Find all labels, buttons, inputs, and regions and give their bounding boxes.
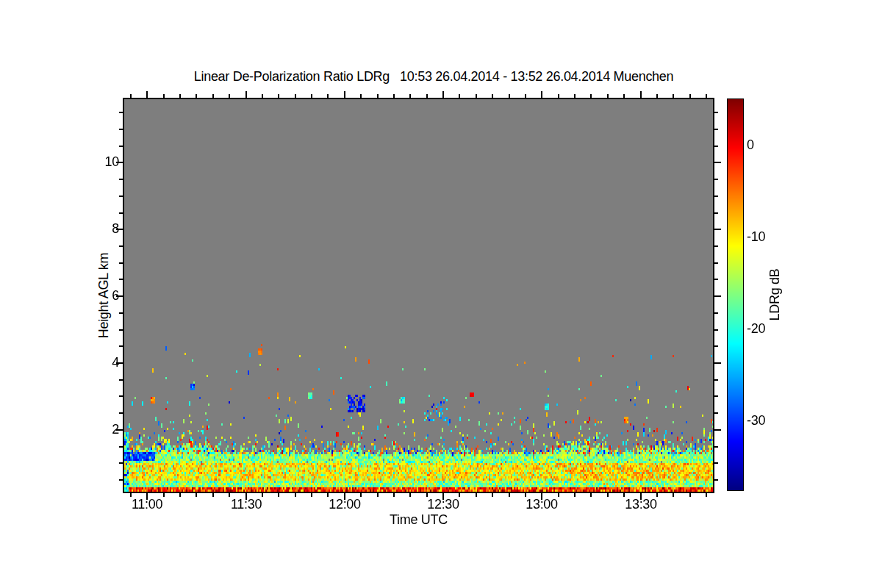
tick-mark [196, 94, 197, 98]
tick-mark [714, 279, 718, 280]
tick-mark [119, 312, 123, 314]
tick-mark [541, 91, 542, 98]
tick-mark [714, 479, 718, 481]
tick-mark [344, 91, 345, 98]
tick-mark [623, 94, 625, 98]
tick-mark [714, 112, 718, 113]
tick-mark [476, 94, 477, 98]
tick-mark [590, 493, 592, 497]
tick-mark [714, 446, 718, 448]
tick-mark [409, 94, 411, 98]
tick-mark [119, 395, 123, 397]
x-tick-label: 13:30 [608, 497, 674, 512]
tick-mark [119, 179, 123, 180]
chart-title: Linear De-Polarization Ratio LDRg 10:53 … [124, 69, 743, 84]
tick-mark [714, 312, 718, 314]
y-tick-label: 4 [72, 355, 119, 370]
y-tick-label: 8 [72, 221, 119, 236]
tick-mark [607, 94, 609, 98]
tick-mark [393, 94, 395, 98]
tick-mark [714, 262, 718, 264]
tick-mark [442, 91, 444, 98]
tick-mark [492, 94, 493, 98]
x-tick-label: 12:00 [312, 497, 378, 512]
tick-mark [119, 479, 123, 481]
y-tick-label: 6 [72, 288, 119, 303]
tick-mark [146, 91, 148, 98]
tick-mark [295, 493, 296, 497]
tick-mark [262, 94, 263, 98]
heatmap-canvas [124, 99, 713, 492]
colorbar-tick-label: -30 [747, 413, 765, 428]
tick-mark [278, 94, 279, 98]
tick-mark [426, 94, 428, 98]
tick-mark [212, 94, 214, 98]
tick-mark [509, 94, 510, 98]
tick-mark [119, 329, 123, 331]
tick-mark [714, 196, 718, 197]
tick-mark [714, 362, 721, 364]
tick-mark [714, 146, 718, 147]
tick-mark [119, 245, 123, 247]
tick-mark [393, 493, 395, 497]
tick-mark [673, 94, 674, 98]
tick-mark [656, 94, 658, 98]
y-tick-label: 2 [72, 422, 119, 437]
tick-mark [714, 412, 718, 414]
tick-mark [714, 429, 721, 431]
tick-mark [574, 94, 576, 98]
tick-mark [590, 94, 592, 98]
tick-mark [119, 379, 123, 381]
tick-mark [459, 94, 460, 98]
tick-mark [714, 345, 718, 347]
tick-mark [119, 345, 123, 347]
tick-mark [714, 462, 718, 464]
tick-mark [119, 112, 123, 113]
tick-mark [163, 94, 165, 98]
tick-mark [714, 129, 718, 130]
tick-mark [640, 91, 642, 98]
tick-mark [714, 329, 718, 331]
tick-mark [706, 94, 707, 98]
tick-mark [714, 229, 721, 230]
tick-mark [714, 395, 718, 397]
x-axis-title: Time UTC [124, 512, 713, 527]
tick-mark [130, 94, 132, 98]
colorbar-title: LDRg dB [767, 269, 782, 321]
tick-mark [295, 94, 296, 98]
tick-mark [245, 91, 247, 98]
tick-mark [492, 493, 493, 497]
tick-mark [689, 493, 691, 497]
tick-mark [196, 493, 197, 497]
tick-mark [311, 94, 312, 98]
tick-mark [714, 162, 721, 163]
colorbar-canvas [728, 99, 743, 490]
tick-mark [119, 262, 123, 264]
tick-mark [714, 212, 718, 214]
x-tick-label: 13:00 [509, 497, 575, 512]
tick-mark [119, 279, 123, 280]
tick-mark [229, 94, 230, 98]
tick-mark [119, 446, 123, 448]
tick-mark [706, 493, 707, 497]
tick-mark [119, 196, 123, 197]
tick-mark [119, 462, 123, 464]
tick-mark [377, 94, 379, 98]
tick-mark [714, 295, 721, 297]
tick-mark [327, 94, 329, 98]
tick-mark [119, 129, 123, 130]
colorbar-tick-label: -10 [747, 229, 765, 244]
tick-mark [119, 212, 123, 214]
tick-mark [714, 245, 718, 247]
tick-mark [714, 379, 718, 381]
tick-mark [179, 94, 181, 98]
colorbar-tick-label: -20 [747, 321, 765, 336]
tick-mark [689, 94, 691, 98]
y-tick-label: 10 [72, 154, 119, 169]
x-tick-label: 11:00 [114, 497, 180, 512]
colorbar-tick-label: 0 [747, 137, 754, 152]
tick-mark [558, 94, 559, 98]
tick-mark [525, 94, 526, 98]
tick-mark [714, 179, 718, 180]
x-tick-label: 12:30 [410, 497, 476, 512]
